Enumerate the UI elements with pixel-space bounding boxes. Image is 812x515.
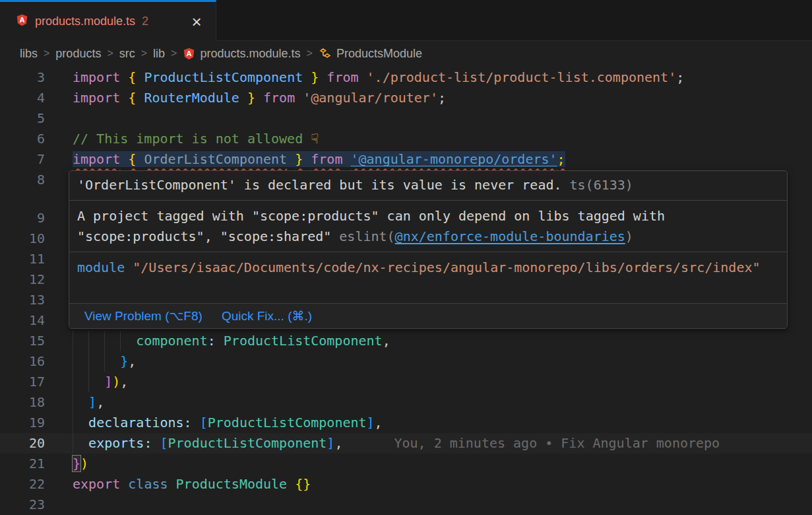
token-bb: ] xyxy=(88,394,96,410)
token-pl xyxy=(303,69,311,85)
token-pl: , xyxy=(375,415,383,430)
eslint-rule-link[interactable]: @nx/enforce-module-boundaries xyxy=(395,228,625,244)
line-number-4[interactable]: 4 xyxy=(0,88,45,108)
line-number-10[interactable]: 10 xyxy=(0,228,45,249)
token-pl xyxy=(152,435,160,451)
token-pl xyxy=(342,151,350,167)
chevron-right-icon: > xyxy=(44,48,49,59)
token-pl: , xyxy=(96,394,104,410)
token-pl xyxy=(73,394,88,410)
line-number-7[interactable]: 7 xyxy=(0,149,45,170)
eslint-source-prefix: eslint( xyxy=(339,228,394,244)
git-blame-annotation: You, 2 minutes ago • Fix Angular monorep… xyxy=(394,435,720,451)
code-line-7[interactable]: 7import { OrderListComponent } from '@an… xyxy=(0,149,812,170)
code-line-4[interactable]: 4import { RouterModule } from '@angular/… xyxy=(0,88,812,108)
svg-text:A: A xyxy=(187,50,192,57)
token-pl xyxy=(73,333,136,349)
code-line-17[interactable]: 17 ]), xyxy=(0,372,812,392)
module-import-link[interactable]: '@angular-monorepo/orders' xyxy=(351,151,557,167)
breadcrumb-item-products[interactable]: products xyxy=(55,47,101,61)
line-number-11[interactable]: 11 xyxy=(0,249,45,269)
line-number-17[interactable]: 17 xyxy=(0,372,45,392)
line-number-22[interactable]: 22 xyxy=(0,474,45,495)
chevron-right-icon: > xyxy=(171,48,177,59)
tab-products-module[interactable]: A products.module.ts 2 × xyxy=(0,0,216,41)
breadcrumb-item-src[interactable]: src xyxy=(119,47,135,61)
breadcrumb-item-products-module-ts[interactable]: A products.module.ts xyxy=(183,47,300,61)
line-number-15[interactable]: 15 xyxy=(0,331,45,351)
code-line-content: }) xyxy=(73,454,88,474)
code-line-content: export class ProductsModule {} xyxy=(73,474,311,495)
line-number-21[interactable]: 21 xyxy=(0,454,45,474)
tab-file-icon-slot: A xyxy=(16,14,28,29)
error-hover-popup: 'OrderListComponent' is declared but its… xyxy=(69,170,788,329)
angular-icon: A xyxy=(183,48,195,60)
token-cls: ProductListComponent xyxy=(208,415,367,430)
code-line-18[interactable]: 18 ], xyxy=(0,392,812,413)
code-line-23[interactable]: 23 xyxy=(0,495,812,515)
error-squiggle-statement[interactable]: import { OrderListComponent } from '@ang… xyxy=(73,151,565,167)
breadcrumb-item-productsmodule[interactable]: ProductsModule xyxy=(319,47,422,61)
quick-fix-link[interactable]: Quick Fix... (⌘.) xyxy=(222,306,312,326)
code-line-content: // This import is not allowed ☟ xyxy=(73,129,319,149)
line-number-9[interactable]: 9 xyxy=(0,208,45,228)
line-number-19[interactable]: 19 xyxy=(0,413,45,433)
token-bg: ) xyxy=(80,456,88,471)
code-line-22[interactable]: 22export class ProductsModule {} xyxy=(0,474,812,495)
line-number-5[interactable]: 5 xyxy=(0,108,45,129)
code-line-6[interactable]: 6// This import is not allowed ☟ xyxy=(0,129,812,149)
token-imp: ProductListComponent xyxy=(144,69,303,85)
line-number-12[interactable]: 12 xyxy=(0,269,45,290)
token-pl xyxy=(216,333,224,349)
code-line-20[interactable]: 20 exports: [ProductListComponent],You, … xyxy=(0,433,812,454)
module-path: "/Users/isaac/Documents/code/nx-recipes/… xyxy=(125,259,760,275)
breadcrumb: libs>products>src>lib> A products.module… xyxy=(0,41,812,66)
line-number-8[interactable]: 8 xyxy=(0,170,45,190)
line-number-20[interactable]: 20 xyxy=(0,433,45,454)
code-line-19[interactable]: 19 declarations: [ProductListComponent], xyxy=(0,413,812,433)
token-pl xyxy=(73,353,120,369)
token-bb: ] xyxy=(367,415,375,430)
token-prop: declarations xyxy=(88,415,184,430)
code-line-content: declarations: [ProductListComponent], xyxy=(73,413,383,433)
token-kw: import xyxy=(73,90,120,106)
line-number-13[interactable]: 13 xyxy=(0,290,45,310)
token-pl: , xyxy=(128,353,136,369)
token-pl xyxy=(136,90,144,106)
token-pl xyxy=(120,151,128,167)
token-pl xyxy=(120,69,128,85)
code-line-15[interactable]: 15 component: ProductListComponent, xyxy=(0,331,812,351)
code-line-5[interactable]: 5 xyxy=(0,108,812,129)
breadcrumb-item-lib[interactable]: lib xyxy=(153,47,165,61)
token-cmt: // This import is not allowed xyxy=(73,131,311,147)
token-str: './product-list/product-list.component' xyxy=(367,69,677,85)
code-line-content: import { RouterModule } from '@angular/r… xyxy=(73,88,446,108)
token-kwb: class xyxy=(128,476,168,492)
code-line-content: exports: [ProductListComponent],You, 2 m… xyxy=(73,433,720,454)
code-line-3[interactable]: 3import { ProductListComponent } from '.… xyxy=(0,67,812,88)
line-number-18[interactable]: 18 xyxy=(0,392,45,413)
token-pl xyxy=(287,476,295,492)
code-line-16[interactable]: 16 }, xyxy=(0,351,812,372)
tab-close-icon[interactable]: × xyxy=(188,15,205,28)
hover-action-bar: View Problem (⌥F8) Quick Fix... (⌘.) xyxy=(69,304,787,328)
view-problem-link[interactable]: View Problem (⌥F8) xyxy=(84,306,203,326)
token-pl xyxy=(73,435,88,451)
code-line-21[interactable]: 21}) xyxy=(0,454,812,474)
line-number-16[interactable]: 16 xyxy=(0,351,45,372)
breadcrumb-label: products.module.ts xyxy=(200,47,300,61)
token-bg: ; xyxy=(557,151,565,167)
code-line-content: component: ProductListComponent, xyxy=(73,331,390,351)
token-pl xyxy=(136,151,144,167)
angular-icon: A xyxy=(16,14,28,26)
breadcrumb-item-libs[interactable]: libs xyxy=(20,47,38,61)
token-kw: from xyxy=(311,151,342,167)
line-number-23[interactable]: 23 xyxy=(0,495,45,515)
code-line-content: import { ProductListComponent } from './… xyxy=(73,67,684,88)
tab-problems-badge: 2 xyxy=(142,15,148,28)
class-symbol-icon xyxy=(319,47,332,60)
line-number-3[interactable]: 3 xyxy=(0,67,45,88)
token-cls: ProductListComponent xyxy=(224,333,383,349)
line-number-14[interactable]: 14 xyxy=(0,310,45,331)
line-number-6[interactable]: 6 xyxy=(0,129,45,149)
